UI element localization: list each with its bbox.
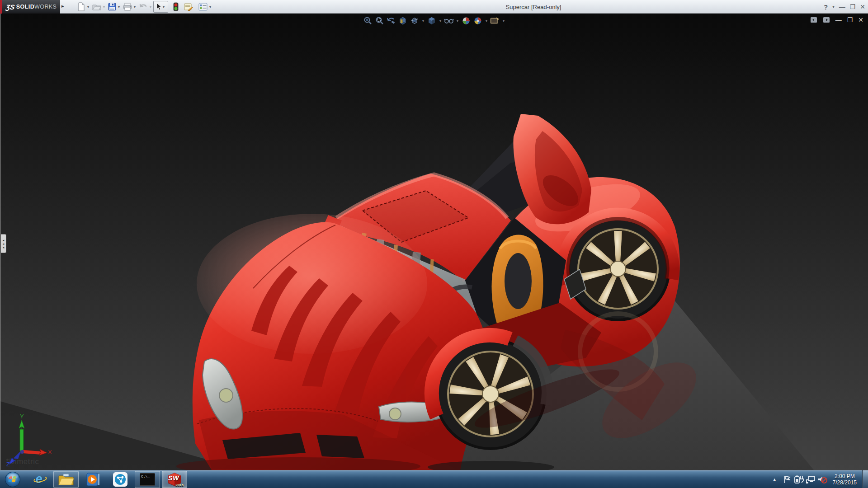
file-properties-icon [184, 3, 193, 11]
solidworks-2015-icon: SW 2015 [166, 472, 183, 487]
start-button[interactable] [1, 471, 24, 488]
tray-time: 2:00 PM [833, 473, 857, 479]
solidworks-logo[interactable]: ƷS SOLIDWORKS [2, 0, 60, 14]
undo-dropdown[interactable]: ▾ [149, 5, 153, 9]
edit-appearance-icon[interactable] [461, 16, 471, 25]
taskbar-item-windows-explorer[interactable] [53, 471, 79, 488]
feature-manager-flyout-tab[interactable]: ◂ ◂ ◂ [1, 234, 6, 253]
help-button[interactable]: ? [824, 3, 828, 11]
hide-show-items-icon[interactable] [444, 16, 454, 25]
view-orientation-icon[interactable] [410, 16, 420, 25]
logo-works: WORKS [34, 4, 57, 10]
taskbar-item-media-player[interactable] [80, 471, 106, 488]
file-properties-button[interactable] [183, 1, 194, 13]
open-folder-icon [92, 3, 101, 11]
undo-button[interactable] [137, 1, 149, 13]
app-window-controls: ? ▾ — ❐ ✕ [824, 0, 865, 14]
triad-x-label: X [48, 449, 52, 455]
apply-scene-icon[interactable] [473, 16, 483, 25]
zoom-to-fit-icon[interactable] [363, 16, 373, 25]
apply-scene-dropdown[interactable]: ▾ [485, 19, 488, 23]
graphics-viewport[interactable]: ▾ ▾ ▾ ▾ ▾ — ❐ [0, 14, 868, 470]
print-icon [123, 3, 132, 11]
triad-y-label: Y [20, 413, 24, 420]
save-floppy-icon [108, 3, 116, 11]
print-button[interactable] [122, 1, 133, 13]
hide-show-items-dropdown[interactable]: ▾ [456, 19, 459, 23]
options-button[interactable] [197, 1, 209, 13]
help-dropdown[interactable]: ▾ [832, 5, 835, 9]
reference-triad: Y X Z [3, 411, 61, 468]
internet-explorer-icon: e [35, 472, 42, 486]
menu-flyout-arrow[interactable]: ▸ [61, 3, 64, 9]
tray-date: 7/28/2015 [833, 479, 857, 486]
previous-view-icon[interactable] [386, 16, 396, 25]
solidworks-screen: ƷS SOLIDWORKS ▸ ▾ ▾ ▾ ▾ ▾ [0, 0, 868, 488]
app-close-button[interactable]: ✕ [860, 3, 865, 10]
zoom-to-area-icon[interactable] [374, 16, 384, 25]
windows-start-orb-icon [5, 471, 21, 488]
title-bar: ƷS SOLIDWORKS ▸ ▾ ▾ ▾ ▾ ▾ [0, 0, 868, 14]
windows-taskbar: e C:\_ SW 2015 ▲ [0, 470, 868, 488]
composer-icon [113, 472, 128, 487]
print-dropdown[interactable]: ▾ [133, 5, 137, 9]
view-orientation-dropdown[interactable]: ▾ [421, 19, 425, 23]
solidworks-3ds-icon: ƷS [5, 3, 15, 11]
logo-solid: SOLID [16, 4, 34, 10]
app-restore-button[interactable]: ❐ [850, 3, 856, 10]
expand-panel-right-icon[interactable] [823, 17, 830, 23]
system-tray: ▲ 2:00 PM 7/28/2015 [768, 470, 868, 488]
collapse-arrow: ◂ [3, 242, 5, 245]
heads-up-view-toolbar: ▾ ▾ ▾ ▾ ▾ [363, 16, 505, 25]
app-minimize-button[interactable]: — [839, 3, 845, 10]
rebuild-traffic-light-icon [173, 2, 179, 11]
doc-minimize-button[interactable]: — [835, 16, 842, 23]
doc-restore-button[interactable]: ❐ [847, 16, 853, 23]
action-center-flag-icon[interactable] [781, 474, 793, 485]
taskbar-item-command-prompt[interactable]: C:\_ [135, 471, 160, 488]
collapse-panel-left-icon[interactable] [810, 17, 817, 23]
display-style-icon[interactable] [427, 16, 437, 25]
collapse-arrow: ◂ [3, 239, 5, 242]
command-prompt-icon: C:\_ [140, 473, 155, 486]
view-settings-dropdown[interactable]: ▾ [502, 19, 505, 23]
taskbar-clock[interactable]: 2:00 PM 7/28/2015 [828, 473, 862, 486]
save-button[interactable] [107, 1, 118, 13]
taskbar-item-internet-explorer[interactable]: e [26, 471, 52, 488]
supercar-3d-model [0, 14, 868, 470]
section-view-icon[interactable] [398, 16, 408, 25]
save-dropdown[interactable]: ▾ [118, 5, 122, 9]
explorer-folder-icon [58, 473, 74, 486]
volume-muted-icon[interactable] [816, 474, 828, 485]
select-cursor-icon [155, 3, 162, 11]
network-icon[interactable] [805, 474, 816, 485]
new-dropdown[interactable]: ▾ [87, 5, 91, 9]
show-hidden-icons-button[interactable]: ▲ [768, 477, 781, 482]
power-battery-icon[interactable] [793, 474, 805, 485]
new-document-icon [77, 2, 85, 11]
rebuild-button[interactable] [172, 1, 180, 13]
doc-close-button[interactable]: ✕ [858, 16, 863, 23]
quick-access-toolbar: ▾ ▾ ▾ ▾ ▾ ▾ [76, 0, 213, 14]
open-dropdown[interactable]: ▾ [103, 5, 107, 9]
show-desktop-button[interactable] [862, 470, 868, 488]
options-dropdown[interactable]: ▾ [209, 5, 213, 9]
view-settings-icon[interactable] [490, 16, 500, 25]
collapse-arrow: ◂ [3, 246, 5, 249]
display-style-dropdown[interactable]: ▾ [439, 19, 442, 23]
undo-icon [139, 3, 148, 11]
media-player-icon [85, 472, 101, 487]
options-list-icon [198, 3, 208, 11]
open-button[interactable] [91, 1, 103, 13]
document-title: Supercar [Read-only] [474, 0, 593, 14]
taskbar-item-solidworks-composer[interactable] [108, 471, 133, 488]
select-dropdown[interactable]: ▾ [162, 5, 166, 9]
document-window-controls: — ❐ ✕ [810, 16, 863, 23]
new-document-button[interactable] [76, 1, 87, 13]
select-tool-button[interactable]: ▾ [153, 1, 168, 13]
taskbar-item-solidworks-2015[interactable]: SW 2015 [162, 471, 187, 488]
